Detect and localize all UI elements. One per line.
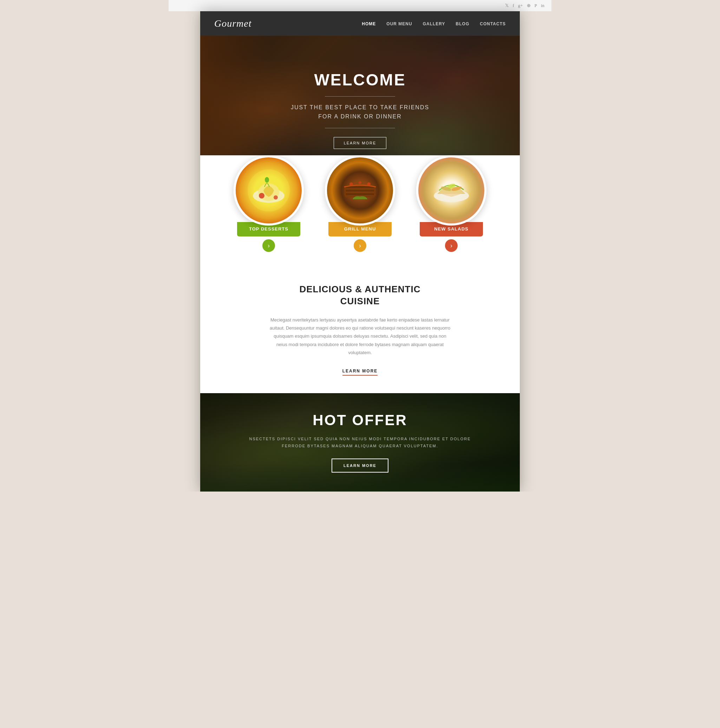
hero-title: WELCOME	[291, 70, 429, 89]
grill-card: GRILL MENU ›	[321, 155, 399, 252]
salads-food-visual	[418, 158, 484, 223]
hot-offer-subtitle: NSECTETS DIPISCI VELIT SED QUIA NON NEIU…	[249, 436, 471, 450]
cards-section: TOP DESSERTS ›	[200, 155, 520, 266]
svg-rect-9	[346, 193, 374, 195]
facebook-link[interactable]: f	[512, 3, 514, 8]
header: Gourmet HOME OUR MENU GALLERY BLOG CONTA…	[200, 11, 520, 36]
google-plus-icon: g+	[518, 3, 523, 8]
rss-icon: ⊕	[527, 3, 531, 8]
hero-divider-top	[325, 96, 395, 96]
hot-offer-title: HOT OFFER	[249, 412, 471, 429]
facebook-icon: f	[512, 3, 514, 8]
salads-arrow-button[interactable]: ›	[445, 239, 458, 252]
hero-divider-bottom	[325, 128, 395, 128]
grill-food-visual	[327, 158, 393, 223]
svg-rect-8	[346, 190, 374, 191]
salads-card-image	[416, 155, 486, 226]
linkedin-icon: in	[541, 3, 544, 8]
svg-point-12	[367, 182, 370, 186]
nav-contacts[interactable]: CONTACTS	[480, 21, 506, 26]
grill-card-image	[325, 155, 395, 226]
hot-offer-content: HOT OFFER NSECTETS DIPISCI VELIT SED QUI…	[249, 412, 471, 473]
rss-link[interactable]: ⊕	[527, 3, 531, 8]
svg-point-4	[274, 195, 278, 200]
desserts-arrow-button[interactable]: ›	[262, 239, 275, 252]
svg-point-5	[265, 177, 269, 183]
middle-section: DELICIOUS & AUTHENTIC CUISINE Meciegast …	[200, 266, 520, 393]
nav-blog[interactable]: BLOG	[456, 21, 469, 26]
desserts-card: TOP DESSERTS ›	[230, 155, 307, 252]
cuisine-cta-button[interactable]: LEARN MORE	[342, 369, 378, 376]
cuisine-description: Meciegast nveritekytars lertyasu ayseert…	[269, 316, 451, 357]
hot-offer-cta-button[interactable]: LEARN MORE	[332, 459, 388, 473]
svg-point-10	[350, 182, 353, 186]
svg-point-11	[359, 181, 361, 184]
nav-our-menu[interactable]: OUR MENU	[386, 21, 412, 26]
pinterest-link[interactable]: P	[535, 3, 537, 8]
hero-cta-button[interactable]: LEARN MORE	[334, 137, 387, 149]
hero-subtitle: JUST THE BEST PLACE TO TAKE FRIENDS FOR …	[291, 103, 429, 121]
grill-arrow-button[interactable]: ›	[354, 239, 366, 252]
main-nav: HOME OUR MENU GALLERY BLOG CONTACTS	[362, 20, 506, 27]
cuisine-title: DELICIOUS & AUTHENTIC CUISINE	[228, 283, 492, 307]
nav-home[interactable]: HOME	[362, 21, 376, 26]
linkedin-link[interactable]: in	[541, 3, 544, 8]
social-bar: 𝕏 f g+ ⊕ P in	[168, 0, 552, 11]
site-wrapper: Gourmet HOME OUR MENU GALLERY BLOG CONTA…	[200, 11, 520, 491]
google-plus-link[interactable]: g+	[518, 3, 523, 8]
logo: Gourmet	[214, 18, 252, 29]
desserts-food-visual	[236, 158, 302, 223]
nav-gallery[interactable]: GALLERY	[423, 21, 445, 26]
svg-point-3	[259, 193, 264, 199]
hot-offer-section: HOT OFFER NSECTETS DIPISCI VELIT SED QUI…	[200, 393, 520, 491]
pinterest-icon: P	[535, 3, 537, 8]
svg-rect-7	[346, 186, 374, 188]
desserts-card-image	[234, 155, 304, 226]
hero-content: WELCOME JUST THE BEST PLACE TO TAKE FRIE…	[291, 70, 429, 149]
twitter-link[interactable]: 𝕏	[505, 3, 509, 8]
twitter-icon: 𝕏	[505, 3, 509, 8]
salads-card: NEW SALADS ›	[413, 155, 490, 252]
